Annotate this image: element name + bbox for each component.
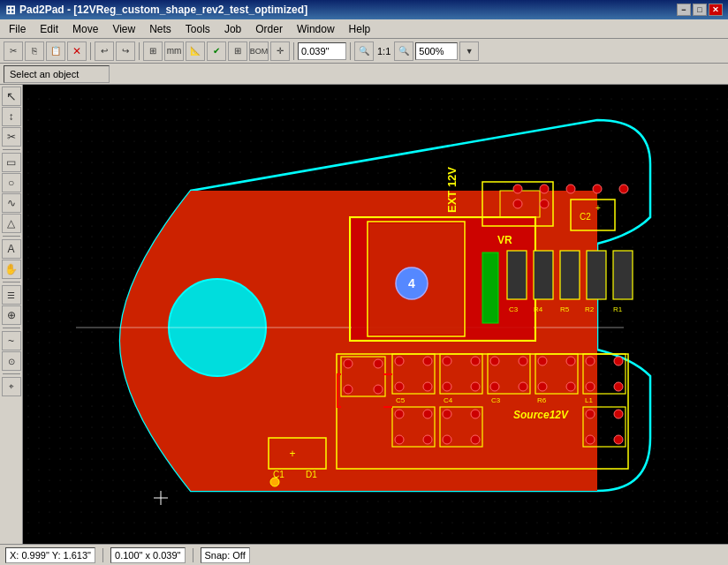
- pad-tool[interactable]: ⊕: [2, 305, 21, 325]
- svg-point-58: [586, 382, 595, 391]
- zoom-in-button[interactable]: 🔍: [394, 41, 413, 61]
- cut-tool[interactable]: ✂: [2, 127, 21, 147]
- left-toolbar: ↖ ↕ ✂ ▭ ○ ∿ △ A ✋ ☰ ⊕ ~ ⊙ ⌖: [0, 85, 23, 544]
- svg-point-80: [614, 435, 623, 444]
- measurement-input[interactable]: [298, 42, 346, 60]
- svg-point-91: [540, 200, 549, 208]
- undo-button[interactable]: ↩: [95, 41, 114, 61]
- copy-button[interactable]: ⎘: [25, 41, 44, 61]
- lt-sep3: [3, 282, 20, 282]
- circle-tool[interactable]: ○: [2, 173, 21, 192]
- title-bar-controls: − □ ✕: [677, 4, 723, 16]
- svg-rect-22: [587, 251, 606, 299]
- zoom-input[interactable]: [415, 42, 458, 60]
- svg-point-46: [490, 357, 499, 365]
- svg-point-48: [490, 382, 499, 391]
- svg-point-51: [538, 357, 547, 365]
- menu-help[interactable]: Help: [342, 21, 378, 37]
- title-bar: ⊞ Pad2Pad - [12VReg_custom_shape_rev2_te…: [0, 0, 728, 19]
- check-button[interactable]: ✔: [207, 41, 226, 61]
- menu-tools[interactable]: Tools: [178, 21, 217, 37]
- size-display: 0.100" x 0.039": [110, 547, 185, 563]
- coords-display: X: 0.999" Y: 1.613": [5, 547, 95, 563]
- svg-point-69: [395, 435, 404, 444]
- svg-point-87: [270, 478, 279, 486]
- svg-point-59: [614, 382, 623, 391]
- cut-button[interactable]: ✂: [4, 41, 23, 61]
- svg-point-54: [566, 382, 575, 391]
- status-text: Select an object: [4, 65, 110, 83]
- svg-point-74: [443, 435, 451, 444]
- route-tool[interactable]: ~: [2, 331, 21, 350]
- svg-point-79: [586, 435, 595, 444]
- move-tool[interactable]: ↕: [2, 107, 21, 126]
- svg-point-43: [443, 382, 451, 391]
- svg-text:4: 4: [408, 276, 415, 290]
- extra-tool[interactable]: ⌖: [2, 377, 21, 396]
- unit-button[interactable]: mm: [164, 41, 184, 61]
- menu-window[interactable]: Window: [290, 21, 342, 37]
- text-tool[interactable]: A: [2, 239, 21, 259]
- measure-button[interactable]: 📐: [186, 41, 205, 61]
- zoom-ratio-label: 1:1: [375, 46, 392, 56]
- svg-point-93: [593, 185, 602, 193]
- bottom-bar: X: 0.999" Y: 1.613" 0.100" x 0.039" Snap…: [0, 544, 728, 565]
- main-area: ↖ ↕ ✂ ▭ ○ ∿ △ A ✋ ☰ ⊕ ~ ⊙ ⌖: [0, 85, 728, 544]
- zoom-dropdown[interactable]: ▼: [459, 41, 479, 61]
- move-button[interactable]: ✛: [270, 41, 290, 61]
- svg-point-75: [471, 435, 480, 444]
- svg-text:R2: R2: [585, 305, 595, 313]
- lt-sep5: [3, 373, 20, 374]
- menu-nets[interactable]: Nets: [142, 21, 178, 37]
- svg-text:D1: D1: [306, 470, 317, 479]
- layer-tool[interactable]: ☰: [2, 285, 21, 305]
- svg-point-36: [395, 357, 404, 365]
- bottom-sep1: [102, 548, 103, 562]
- select-tool[interactable]: ↖: [2, 87, 21, 106]
- paste-button[interactable]: 📋: [46, 41, 65, 61]
- menu-view[interactable]: View: [105, 21, 142, 37]
- app-icon: ⊞: [5, 3, 16, 17]
- canvas-area[interactable]: 4 EXT 12V VR C2 + C3 R4 R5: [23, 85, 728, 544]
- zoom-out-button[interactable]: 🔍: [354, 41, 374, 61]
- close-button[interactable]: ✕: [709, 4, 723, 16]
- menu-job[interactable]: Job: [217, 21, 248, 37]
- bom-button[interactable]: BOM: [249, 41, 269, 61]
- grid-button[interactable]: ⊞: [143, 41, 163, 61]
- minimize-button[interactable]: −: [677, 4, 691, 16]
- maximize-button[interactable]: □: [693, 4, 707, 16]
- svg-point-57: [614, 357, 623, 365]
- svg-text:R6: R6: [537, 396, 547, 404]
- svg-text:R4: R4: [534, 305, 543, 313]
- svg-text:+: +: [289, 448, 295, 460]
- arc-tool[interactable]: ∿: [2, 193, 21, 213]
- menu-bar: File Edit Move View Nets Tools Job Order…: [0, 19, 728, 39]
- svg-point-68: [423, 410, 432, 418]
- svg-point-72: [443, 410, 451, 418]
- via-tool[interactable]: ⊙: [2, 351, 21, 371]
- svg-rect-21: [560, 251, 580, 299]
- hand-tool[interactable]: ✋: [2, 260, 21, 279]
- svg-rect-20: [534, 251, 553, 299]
- svg-point-32: [374, 359, 383, 368]
- poly-tool[interactable]: △: [2, 214, 21, 233]
- svg-rect-19: [507, 251, 527, 299]
- menu-file[interactable]: File: [2, 21, 33, 37]
- svg-text:EXT 12V: EXT 12V: [445, 167, 459, 213]
- bottom-sep2: [193, 548, 193, 562]
- menu-order[interactable]: Order: [248, 21, 290, 37]
- svg-point-94: [619, 185, 628, 193]
- svg-text:C5: C5: [396, 396, 406, 404]
- svg-rect-23: [613, 251, 633, 299]
- menu-edit[interactable]: Edit: [33, 21, 65, 37]
- rect-tool[interactable]: ▭: [2, 153, 21, 172]
- delete-button[interactable]: ✕: [67, 41, 87, 61]
- svg-point-56: [586, 357, 595, 365]
- snap-display: Snap: Off: [201, 547, 250, 563]
- svg-text:+: +: [595, 203, 601, 213]
- menu-move[interactable]: Move: [65, 21, 105, 37]
- svg-text:Source12V: Source12V: [513, 409, 569, 421]
- drc-button[interactable]: ⊞: [228, 41, 247, 61]
- redo-button[interactable]: ↪: [116, 41, 135, 61]
- svg-point-90: [513, 200, 522, 208]
